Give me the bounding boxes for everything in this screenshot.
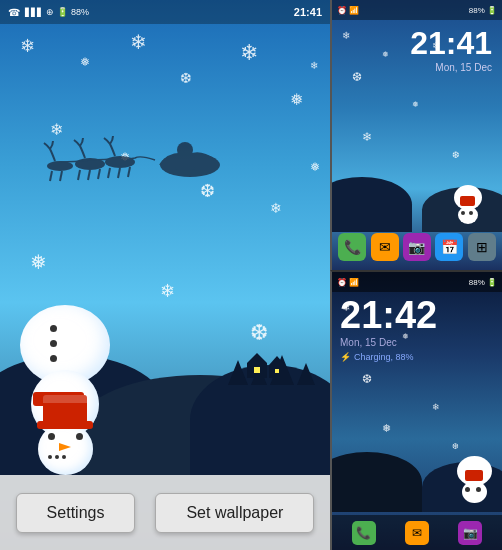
set-wallpaper-button[interactable]: Set wallpaper	[155, 493, 314, 533]
snowman-button-2	[50, 340, 57, 347]
mouth-dot-1	[48, 455, 52, 459]
svg-line-9	[78, 170, 80, 180]
main-container: ☎ ▋▋▋ ⊕ 🔋 88% 21:41 ❄ ❅ ❄ ❆ ❄ ❅ ❄ ❅ ❆ ❄ …	[0, 0, 502, 550]
rb-snowflake-4: ❄	[432, 402, 440, 412]
left-wallpaper-preview: ☎ ▋▋▋ ⊕ 🔋 88% 21:41 ❄ ❅ ❄ ❆ ❄ ❅ ❄ ❅ ❆ ❄ …	[0, 0, 330, 550]
snowflake-3: ❄	[130, 30, 147, 54]
snowman-eye-right	[76, 433, 83, 440]
right-bottom-status-bar: ⏰ 📶 88% 🔋	[332, 272, 502, 292]
rb-status-right: 88% 🔋	[469, 278, 497, 287]
right-top-preview: ⏰ 📶 88% 🔋 ❄ ❅ ❆ ❄ ❅ ❄ ❆ 21:41 Mon, 15 De…	[330, 0, 502, 270]
svg-line-7	[118, 168, 120, 178]
snowflake-2: ❅	[80, 55, 90, 69]
snowflake-10: ❄	[270, 200, 282, 216]
snowman-buttons	[50, 325, 57, 362]
snowman-eye-left	[48, 433, 55, 440]
right-top-date-text: Mon, 15 Dec	[435, 62, 492, 73]
rb-cam-icon[interactable]: 📷	[458, 521, 482, 545]
status-icons-left: ☎ ▋▋▋ ⊕ 🔋 88%	[8, 7, 89, 18]
snowflake-11: ❅	[30, 250, 47, 274]
snowman-hat	[43, 395, 87, 425]
mouth-dot-3	[62, 455, 66, 459]
apps-icon[interactable]: ⊞	[468, 233, 496, 261]
mouth-dot-2	[55, 455, 59, 459]
rb-snowflake-6: ❆	[452, 442, 459, 451]
battery-percent: 88%	[71, 7, 89, 17]
app-icons-row: 📞 ✉ 📷 📅 ⊞	[332, 229, 502, 265]
phone-app-icon[interactable]: 📞	[338, 233, 366, 261]
rb-snowflake-5: ❅	[382, 422, 391, 435]
svg-line-12	[50, 171, 52, 181]
snowman-button-1	[50, 325, 57, 332]
settings-button[interactable]: Settings	[16, 493, 136, 533]
right-status-bar: ⏰ 📶 88% 🔋	[332, 0, 502, 20]
rb-msg-icon[interactable]: ✉	[405, 521, 429, 545]
right-top-date: Mon, 15 Dec	[435, 62, 492, 73]
calendar-app-icon[interactable]: 📅	[435, 233, 463, 261]
snowman-nose	[59, 443, 71, 451]
svg-rect-2	[175, 155, 195, 170]
camera-app-icon[interactable]: 📷	[403, 233, 431, 261]
status-icons-right: 21:41	[294, 6, 322, 18]
rt-snowflake-1: ❄	[342, 30, 350, 41]
right-bottom-snowman	[457, 456, 492, 508]
rt-snowflake-7: ❆	[452, 150, 460, 160]
rt-snowflake-5: ❅	[412, 100, 419, 109]
snowflake-12: ❄	[160, 280, 175, 302]
right-snowman	[454, 185, 482, 228]
right-bottom-dock: 📞 ✉ 📷	[332, 515, 502, 550]
snowman-button-3	[50, 355, 57, 362]
snowflake-1: ❄	[20, 35, 35, 57]
snowman-mouth	[48, 455, 66, 459]
svg-line-6	[108, 168, 110, 178]
right-bottom-preview: ⏰ 📶 88% 🔋 ❄ ❅ ❆ ❄ ❅ ❆ 21:42 Mon, 15 Dec …	[330, 270, 502, 550]
rb-status-icons: ⏰ 📶	[337, 278, 359, 287]
svg-line-13	[60, 171, 62, 181]
charging-text: Charging, 88%	[354, 352, 414, 362]
right-top-clock: 21:41	[410, 25, 492, 62]
right-bottom-date: Mon, 15 Dec	[340, 337, 397, 348]
snowflake-6: ❅	[290, 90, 303, 109]
rt-snowflake-3: ❆	[352, 70, 362, 84]
svg-line-8	[128, 167, 130, 177]
notification-icon: ☎	[8, 7, 20, 18]
svg-point-3	[105, 156, 135, 168]
santa-silhouette	[30, 120, 230, 190]
right-bottom-clock: 21:42	[340, 294, 437, 337]
battery-icon: 🔋	[57, 7, 68, 17]
messaging-app-icon[interactable]: ✉	[371, 233, 399, 261]
bottom-buttons-panel: Settings Set wallpaper	[0, 475, 330, 550]
snowflake-15: ❅	[310, 160, 320, 174]
snowflake-14: ❄	[310, 60, 318, 71]
rt-snowflake-6: ❄	[362, 130, 372, 144]
snowman-eyes	[48, 433, 83, 440]
snowflake-5: ❄	[240, 40, 258, 66]
rb-phone-icon[interactable]: 📞	[352, 521, 376, 545]
right-bottom-charging: ⚡ Charging, 88%	[340, 352, 414, 362]
wifi-icon: ⊕	[46, 7, 54, 17]
svg-line-11	[98, 169, 100, 179]
houses-silhouette	[247, 353, 285, 382]
charging-icon: ⚡	[340, 352, 351, 362]
snowman-head	[38, 423, 93, 475]
rb-snowflake-3: ❆	[362, 372, 372, 386]
status-bar: ☎ ▋▋▋ ⊕ 🔋 88% 21:41	[0, 0, 330, 24]
right-status-icons: ⏰ 📶	[337, 6, 359, 15]
right-panel: ⏰ 📶 88% 🔋 ❄ ❅ ❆ ❄ ❅ ❄ ❆ 21:41 Mon, 15 De…	[330, 0, 502, 550]
svg-line-10	[88, 170, 90, 180]
status-time: 21:41	[294, 6, 322, 18]
snowflake-4: ❆	[180, 70, 192, 86]
signal-icon: ▋▋▋	[25, 8, 43, 17]
right-status-right: 88% 🔋	[469, 6, 497, 15]
rt-snowflake-2: ❅	[382, 50, 389, 59]
